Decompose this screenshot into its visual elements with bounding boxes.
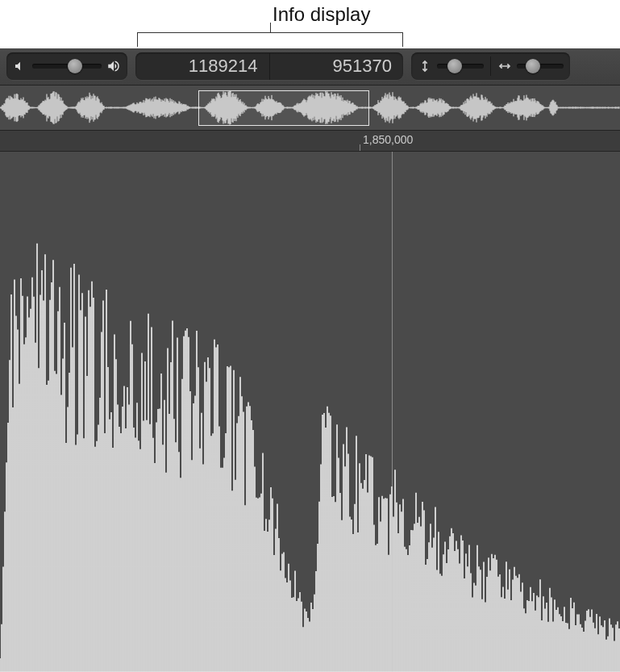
waveform-overview[interactable] [0, 86, 620, 131]
audio-editor: 1189214 951370 1,850,000 [0, 47, 620, 672]
volume-low-icon [11, 57, 29, 75]
volume-control[interactable] [6, 52, 127, 80]
info-length-value[interactable]: 951370 [270, 52, 404, 80]
zoom-controls [411, 52, 570, 80]
waveform-editor[interactable] [0, 152, 620, 672]
overview-selection-box[interactable] [198, 90, 368, 126]
volume-slider[interactable] [32, 64, 102, 69]
info-position-value[interactable]: 1189214 [135, 52, 270, 80]
horizontal-zoom-icon [497, 59, 512, 73]
ruler-tick-label: 1,850,000 [363, 133, 413, 146]
info-display: 1189214 951370 [135, 52, 403, 80]
horizontal-zoom-control[interactable] [497, 59, 564, 73]
annotation-bracket [137, 32, 403, 48]
zoom-divider [490, 56, 491, 76]
vertical-zoom-slider[interactable] [437, 64, 484, 69]
volume-high-icon [105, 57, 123, 75]
toolbar: 1189214 951370 [0, 47, 620, 86]
vertical-zoom-icon [418, 59, 432, 73]
time-ruler[interactable]: 1,850,000 [0, 131, 620, 152]
annotation-label: Info display [273, 3, 370, 26]
horizontal-zoom-slider[interactable] [517, 64, 564, 69]
main-waveform-graphic [0, 152, 620, 672]
vertical-zoom-control[interactable] [418, 59, 484, 73]
playhead[interactable] [392, 152, 393, 672]
